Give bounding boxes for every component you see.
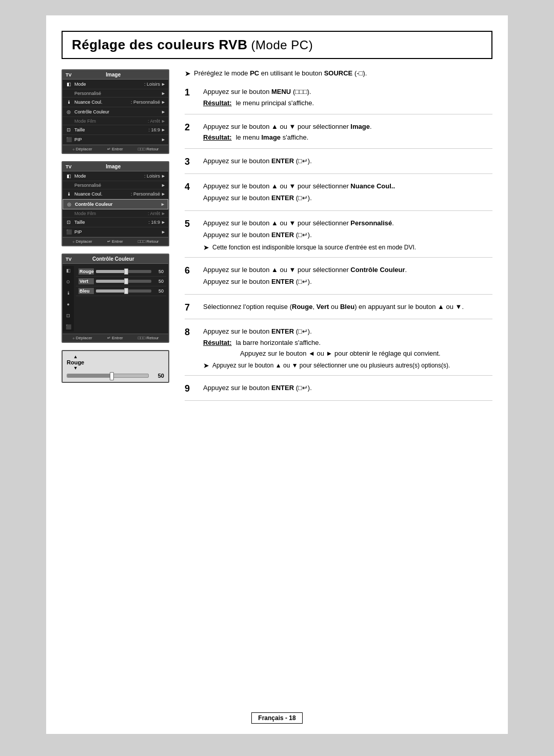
tv-icon-pip: ⬛ — [65, 136, 72, 143]
menu-item-controle-1: ◎ Contrôle Couleur ► — [63, 107, 168, 117]
rouge-up-arrow: ▲ Rouge ▼ — [67, 354, 84, 371]
color-icon-5: ⊡ — [64, 313, 73, 318]
menu-item-controle-2-highlighted: ◎ Contrôle Couleur ► — [63, 199, 168, 209]
color-icon-6: ⬛ — [64, 324, 73, 329]
tv-icon-taille-2: ⊡ — [65, 219, 72, 226]
menu-item-mode-2: ◧ Mode : Loisirs ► — [63, 171, 168, 181]
bleu-bar — [96, 289, 151, 293]
tv-header-3: TV Contrôle Couleur — [63, 255, 168, 264]
step-2-content: Appuyez sur le bouton ▲ ou ▼ pour sélect… — [203, 122, 492, 144]
step-3: 3 Appuyez sur le bouton ENTER (□↵). — [185, 156, 492, 174]
step-4-content: Appuyez sur le bouton ▲ ou ▼ pour sélect… — [203, 181, 492, 205]
color-icon-3: 🌡 — [64, 290, 73, 296]
color-row-bleu: Bleu 50 — [76, 286, 166, 296]
tv-icon-pip-2: ⬛ — [65, 228, 72, 236]
step-7-content: Sélectionnez l'option requise (Rouge, Ve… — [203, 302, 492, 314]
step-5-note: ➤ Cette fonction est indisponible lorsqu… — [203, 243, 492, 252]
rouge-bar-bg — [67, 374, 149, 378]
rouge-bar-thumb — [110, 372, 114, 380]
tv-icon-controle: ◎ — [65, 108, 72, 115]
tv-icon-nuance: 🌡 — [65, 99, 72, 106]
step-9-content: Appuyez sur le bouton ENTER (□↵). — [203, 383, 492, 395]
tv-icon-mode: ◧ — [65, 81, 72, 88]
step-6: 6 Appuyez sur le bouton ▲ ou ▼ pour séle… — [185, 265, 492, 295]
step-8-content: Appuyez sur le bouton ENTER (□↵). Résult… — [203, 326, 492, 370]
menu-item-taille-1: ⊡ Taille : 16:9 ► — [63, 125, 168, 135]
step-1-content: Appuyez sur le bouton MENU (□□□). Résult… — [203, 87, 492, 109]
step-8-note: ➤ Appuyez sur le bouton ▲ ou ▼ pour séle… — [203, 361, 492, 370]
tv-menu-box-2: TV Image ◧ Mode : Loisirs ► Personnalisé… — [62, 161, 169, 246]
tv-menu-box-3: TV Contrôle Couleur ◧ ⊙ 🌡 ● ⊡ — [62, 254, 169, 343]
left-panel: TV Image ◧ Mode : Loisirs ► Personnalisé… — [62, 69, 169, 408]
rouge-header: ▲ Rouge ▼ — [67, 354, 164, 371]
rouge-bar-row: 50 — [67, 373, 164, 379]
menu-item-nuance-2: 🌡 Nuance Coul. : Personnalisé ► — [63, 189, 168, 199]
page: Réglage des couleurs RVB (Mode PC) TV Im… — [46, 15, 508, 734]
content-area: TV Image ◧ Mode : Loisirs ► Personnalisé… — [46, 69, 508, 408]
rouge-bar — [96, 270, 151, 273]
step-7: 7 Sélectionnez l'option requise (Rouge, … — [185, 302, 492, 320]
step-6-content: Appuyez sur le bouton ▲ ou ▼ pour sélect… — [203, 265, 492, 289]
footer-bar: Français - 18 — [62, 712, 492, 724]
page-title: Réglage des couleurs RVB (Mode PC) — [72, 37, 482, 53]
menu-item-nuance-1: 🌡 Nuance Coul. : Personnalisé ► — [63, 98, 168, 107]
menu-item-personnalise-2: Personnalisé ► — [63, 181, 168, 189]
prereq-arrow: ➤ — [185, 69, 191, 77]
prereq-line: ➤ Préréglez le mode PC en utilisant le b… — [185, 69, 492, 77]
vert-bar — [96, 280, 151, 283]
step-1-resultat: Résultat: le menu principal s'affiche. — [203, 99, 492, 107]
step-8-resultat: Résultat: la barre horizontale s'affiche… — [203, 339, 492, 346]
step-1: 1 Appuyez sur le bouton MENU (□□□). Résu… — [185, 87, 492, 114]
rouge-selector-box: ▲ Rouge ▼ 50 — [62, 350, 169, 383]
step-2: 2 Appuyez sur le bouton ▲ ou ▼ pour séle… — [185, 122, 492, 149]
tv-footer-2: ⬦ Déplacer ↵ Entrer □□□ Retour — [63, 237, 168, 245]
menu-item-pip-1: ⬛ PIP ► — [63, 135, 168, 145]
tv-icon-mode-2: ◧ — [65, 172, 72, 180]
step-4: 4 Appuyez sur le bouton ▲ ou ▼ pour séle… — [185, 181, 492, 211]
tv-footer-1: ⬦ Déplacer ↵ Entrer □□□ Retour — [63, 145, 168, 153]
step-9: 9 Appuyez sur le bouton ENTER (□↵). — [185, 383, 492, 401]
right-panel: ➤ Préréglez le mode PC en utilisant le b… — [180, 69, 492, 408]
tv-icon-nuance-2: 🌡 — [65, 190, 72, 198]
step-3-content: Appuyez sur le bouton ENTER (□↵). — [203, 156, 492, 168]
step-5: 5 Appuyez sur le bouton ▲ ou ▼ pour séle… — [185, 218, 492, 258]
tv-footer-3: ⬦ Déplacer ↵ Entrer □□□ Retour — [63, 334, 168, 342]
rouge-bar-fill — [67, 374, 112, 377]
color-row-vert: Vert 50 — [76, 277, 166, 286]
menu-item-modefilm-2: Mode Film : Arrêt ► — [63, 209, 168, 218]
menu-item-taille-2: ⊡ Taille : 16:9 ► — [63, 218, 168, 227]
color-icon-4: ● — [64, 302, 73, 307]
menu-item-mode-1: ◧ Mode : Loisirs ► — [63, 80, 168, 89]
menu-item-pip-2: ⬛ PIP ► — [63, 227, 168, 237]
tv-icon-controle-2: ◎ — [66, 201, 73, 208]
tv-icon-taille: ⊡ — [65, 126, 72, 133]
color-icon-1: ◧ — [64, 268, 73, 273]
menu-item-personnalise-1: Personnalisé ► — [63, 89, 168, 98]
page-number: Français - 18 — [251, 712, 302, 724]
tv-header-2: TV Image — [63, 162, 168, 171]
prereq-text: Préréglez le mode PC en utilisant le bou… — [194, 69, 367, 77]
color-row-rouge: Rouge 50 — [76, 267, 166, 277]
step-2-resultat: Résultat: le menu Image s'affiche. — [203, 133, 492, 141]
step-8: 8 Appuyez sur le bouton ENTER (□↵). Résu… — [185, 326, 492, 376]
tv-menu-box-1: TV Image ◧ Mode : Loisirs ► Personnalisé… — [62, 69, 169, 154]
tv-header-1: TV Image — [63, 70, 168, 80]
page-title-bar: Réglage des couleurs RVB (Mode PC) — [62, 31, 492, 59]
menu-item-modefilm-1: Mode Film : Arrêt ► — [63, 117, 168, 125]
color-icon-2: ⊙ — [64, 279, 73, 284]
step-5-content: Appuyez sur le bouton ▲ ou ▼ pour sélect… — [203, 218, 492, 252]
